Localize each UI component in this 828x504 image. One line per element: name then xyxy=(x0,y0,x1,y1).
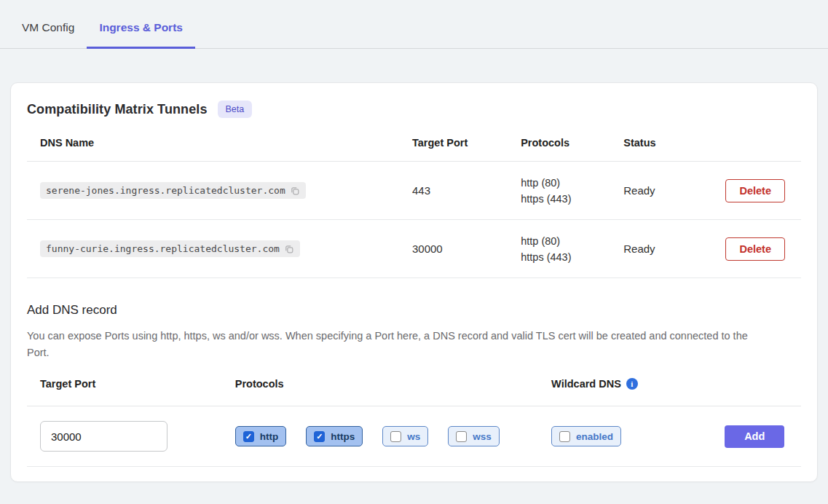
header-dns-name: DNS Name xyxy=(40,137,412,149)
protocol-label: http xyxy=(260,431,278,442)
protocol-label: ws xyxy=(407,431,420,442)
row-target-port: 443 xyxy=(412,184,521,197)
checkbox-icon xyxy=(314,431,325,442)
form-header-target-port: Target Port xyxy=(40,378,235,390)
protocol-checkbox-wss[interactable]: wss xyxy=(448,426,500,446)
header-status: Status xyxy=(623,137,725,149)
table-row: funny-curie.ingress.replicatedcluster.co… xyxy=(27,220,801,278)
add-dns-form-row: http https ws wss enabled xyxy=(27,406,801,467)
add-dns-section: Add DNS record You can expose Ports usin… xyxy=(27,278,801,361)
add-button[interactable]: Add xyxy=(725,425,784,448)
wildcard-enabled-checkbox[interactable]: enabled xyxy=(551,426,621,446)
wildcard-dns-label: Wildcard DNS xyxy=(551,378,621,390)
form-header-row: Target Port Protocols Wildcard DNS i xyxy=(27,361,801,406)
tab-ingress-ports[interactable]: Ingress & Ports xyxy=(87,11,195,49)
protocol-checkbox-https[interactable]: https xyxy=(306,426,363,446)
protocol-line: http (80) xyxy=(521,175,623,191)
protocol-label: wss xyxy=(473,431,492,442)
row-status: Ready xyxy=(623,243,725,255)
form-header-wildcard-dns: Wildcard DNS i xyxy=(551,378,725,390)
dns-name-text: funny-curie.ingress.replicatedcluster.co… xyxy=(46,243,280,254)
checkbox-icon xyxy=(390,431,401,442)
card-title: Compatibility Matrix Tunnels xyxy=(27,102,208,117)
dns-name-pill: funny-curie.ingress.replicatedcluster.co… xyxy=(40,240,300,257)
dns-name-pill: serene-jones.ingress.replicatedcluster.c… xyxy=(40,182,306,199)
delete-button[interactable]: Delete xyxy=(725,179,785,202)
wildcard-enabled-label: enabled xyxy=(576,431,613,442)
add-dns-description: You can expose Ports using http, https, … xyxy=(27,328,770,361)
dns-name-text: serene-jones.ingress.replicatedcluster.c… xyxy=(46,185,285,196)
row-protocols: http (80) https (443) xyxy=(521,175,623,207)
protocol-line: http (80) xyxy=(521,233,623,249)
table-row: serene-jones.ingress.replicatedcluster.c… xyxy=(27,162,801,220)
protocol-checkbox-http[interactable]: http xyxy=(235,426,286,446)
protocol-line: https (443) xyxy=(521,191,623,207)
header-target-port: Target Port xyxy=(412,137,521,149)
header-protocols: Protocols xyxy=(521,137,623,149)
checkbox-icon xyxy=(243,431,254,442)
info-icon[interactable]: i xyxy=(626,378,638,390)
form-header-protocols: Protocols xyxy=(235,378,551,390)
card-title-row: Compatibility Matrix Tunnels Beta xyxy=(27,101,801,124)
checkbox-icon xyxy=(456,431,467,442)
target-port-input[interactable] xyxy=(40,421,167,452)
table-header-row: DNS Name Target Port Protocols Status xyxy=(27,124,801,162)
tunnels-card: Compatibility Matrix Tunnels Beta DNS Na… xyxy=(10,82,818,482)
protocol-line: https (443) xyxy=(521,249,623,265)
protocol-checkbox-ws[interactable]: ws xyxy=(382,426,428,446)
checkbox-icon xyxy=(559,431,570,442)
copy-icon[interactable] xyxy=(284,244,294,254)
delete-button[interactable]: Delete xyxy=(725,237,785,261)
row-target-port: 30000 xyxy=(412,243,521,255)
add-dns-title: Add DNS record xyxy=(27,303,801,318)
copy-icon[interactable] xyxy=(290,186,300,196)
protocol-label: https xyxy=(331,431,355,442)
tabbar: VM Config Ingress & Ports xyxy=(0,0,828,49)
protocol-pill-group: http https ws wss xyxy=(235,426,551,446)
row-status: Ready xyxy=(623,184,725,197)
tab-vm-config[interactable]: VM Config xyxy=(9,11,87,49)
beta-badge: Beta xyxy=(218,101,253,118)
row-protocols: http (80) https (443) xyxy=(521,233,623,265)
